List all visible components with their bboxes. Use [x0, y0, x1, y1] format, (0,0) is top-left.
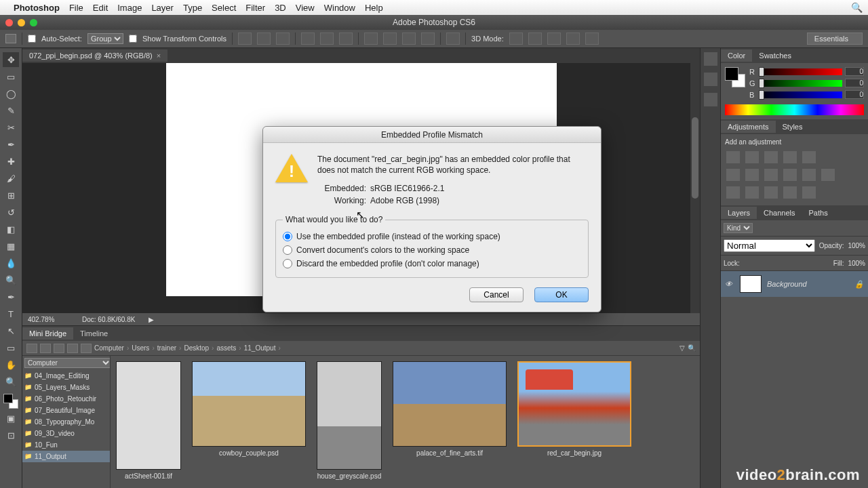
nav-back-icon[interactable]	[26, 344, 37, 353]
align-bottom-icon[interactable]	[339, 33, 353, 45]
color-balance-icon[interactable]	[745, 169, 759, 181]
option-use-embedded[interactable]: Use the embedded profile (instead of the…	[283, 230, 581, 243]
spotlight-search-icon[interactable]: 🔍	[851, 2, 863, 13]
auto-select-target[interactable]: Group	[87, 33, 123, 44]
selective-color-icon[interactable]	[802, 186, 816, 199]
filter-shape-icon[interactable]	[796, 224, 807, 233]
thumbnail-item[interactable]: cowboy_couple.psd	[192, 361, 306, 457]
menu-file[interactable]: File	[69, 3, 83, 13]
window-close-button[interactable]	[5, 19, 13, 26]
red-input[interactable]	[845, 67, 864, 76]
move-tool[interactable]: ✥	[3, 52, 19, 67]
character-panel-icon[interactable]	[704, 93, 717, 106]
threshold-icon[interactable]	[764, 186, 778, 199]
color-lookup-icon[interactable]	[821, 169, 835, 181]
breadcrumb[interactable]: trainer	[157, 344, 176, 352]
menu-filter[interactable]: Filter	[245, 3, 265, 13]
nav-view-icon[interactable]	[67, 344, 78, 353]
lock-position-icon[interactable]	[771, 258, 781, 268]
fill-value[interactable]: 100%	[848, 260, 865, 267]
red-slider[interactable]	[759, 68, 842, 75]
vertical-scrollbar[interactable]	[690, 63, 700, 313]
menu-layer[interactable]: Layer	[151, 3, 174, 13]
folder-item[interactable]: 10_Fun	[22, 439, 110, 451]
option-convert[interactable]: Convert document's colors to the working…	[283, 243, 581, 257]
invert-icon[interactable]	[726, 186, 740, 199]
menu-image[interactable]: Image	[117, 3, 142, 13]
curves-icon[interactable]	[764, 151, 778, 163]
distribute-widths-icon[interactable]	[421, 33, 435, 45]
align-center-v-icon[interactable]	[320, 33, 334, 45]
move-tool-icon[interactable]	[5, 34, 16, 43]
lock-pixels-icon[interactable]	[757, 258, 767, 268]
filter-icon[interactable]: ▽	[679, 344, 685, 352]
tab-mini-bridge[interactable]: Mini Bridge	[22, 327, 73, 340]
folder-item[interactable]: 11_Output	[22, 451, 110, 462]
folder-item[interactable]: 07_Beautiful_Image	[22, 405, 110, 416]
eraser-tool[interactable]: ◧	[3, 222, 19, 237]
3d-slide-icon[interactable]	[566, 33, 580, 45]
3d-scale-icon[interactable]	[585, 33, 599, 45]
layer-thumbnail[interactable]	[740, 275, 762, 293]
folder-item[interactable]: 08_Typography_Mo	[22, 416, 110, 428]
menu-window[interactable]: Window	[324, 3, 355, 13]
tab-paths[interactable]: Paths	[802, 207, 835, 219]
menu-edit[interactable]: Edit	[93, 3, 108, 13]
distribute-h-icon[interactable]	[364, 33, 378, 45]
channel-mixer-icon[interactable]	[802, 169, 816, 181]
mini-bridge-source[interactable]: Computer	[24, 358, 111, 368]
blue-input[interactable]	[845, 90, 864, 99]
filter-type-icon[interactable]	[783, 224, 793, 233]
auto-select-checkbox[interactable]	[28, 35, 36, 43]
posterize-icon[interactable]	[745, 186, 759, 199]
tab-color[interactable]: Color	[721, 49, 752, 62]
thumbnail-item[interactable]: house_greyscale.psd	[317, 361, 382, 480]
hand-tool[interactable]: ✋	[3, 357, 19, 372]
history-panel-icon[interactable]	[704, 52, 717, 66]
align-center-h-icon[interactable]	[257, 33, 271, 45]
folder-item[interactable]: 04_Image_Editing	[22, 370, 110, 382]
zoom-tool[interactable]: 🔍	[3, 374, 19, 389]
3d-roll-icon[interactable]	[528, 33, 542, 45]
path-select-tool[interactable]: ↖	[3, 323, 19, 338]
dodge-tool[interactable]: 🔍	[3, 272, 19, 287]
tab-adjustments[interactable]: Adjustments	[721, 121, 776, 133]
nav-recent-icon[interactable]	[81, 344, 92, 353]
tab-timeline[interactable]: Timeline	[73, 327, 115, 340]
quick-mask-icon[interactable]: ▣	[3, 411, 19, 426]
quick-select-tool[interactable]: ✎	[3, 103, 19, 118]
cancel-button[interactable]: Cancel	[469, 287, 524, 302]
radio-discard[interactable]	[283, 259, 292, 268]
thumbnail-item[interactable]: actSheet-001.tif	[116, 361, 181, 480]
thumbnail-item-selected[interactable]: red_car_begin.jpg	[517, 361, 631, 457]
3d-pan-icon[interactable]	[547, 33, 561, 45]
clone-stamp-tool[interactable]: ⊞	[3, 188, 19, 203]
workspace-switcher[interactable]: Essentials	[807, 33, 863, 45]
nav-forward-icon[interactable]	[40, 344, 51, 353]
menu-help[interactable]: Help	[365, 3, 383, 13]
tab-swatches[interactable]: Swatches	[752, 49, 798, 62]
lock-transparent-icon[interactable]	[744, 258, 753, 268]
filter-pixel-icon[interactable]	[755, 224, 766, 233]
hue-sat-icon[interactable]	[726, 169, 740, 181]
tab-layers[interactable]: Layers	[721, 207, 757, 219]
brush-tool[interactable]: 🖌	[3, 171, 19, 186]
blend-mode[interactable]: Normal	[724, 239, 815, 252]
ok-button[interactable]: OK	[534, 287, 589, 302]
marquee-tool[interactable]: ▭	[3, 69, 19, 84]
blue-slider[interactable]	[759, 92, 842, 98]
properties-panel-icon[interactable]	[704, 73, 717, 86]
lock-all-icon[interactable]	[785, 258, 794, 268]
green-slider[interactable]	[759, 80, 842, 87]
foreground-background-colors[interactable]	[3, 394, 18, 409]
menu-3d[interactable]: 3D	[275, 3, 286, 13]
folder-item[interactable]: 09_3D_video	[22, 428, 110, 439]
tab-styles[interactable]: Styles	[776, 121, 810, 133]
gradient-map-icon[interactable]	[783, 186, 797, 199]
distribute-v-icon[interactable]	[383, 33, 397, 45]
gradient-tool[interactable]: ▦	[3, 239, 19, 253]
distribute-spacing-icon[interactable]	[402, 33, 416, 45]
zoom-level[interactable]: 402.78%	[28, 316, 68, 323]
thumbnail-item[interactable]: palace_of_fine_arts.tif	[393, 361, 507, 457]
healing-brush-tool[interactable]: ✚	[3, 154, 19, 169]
